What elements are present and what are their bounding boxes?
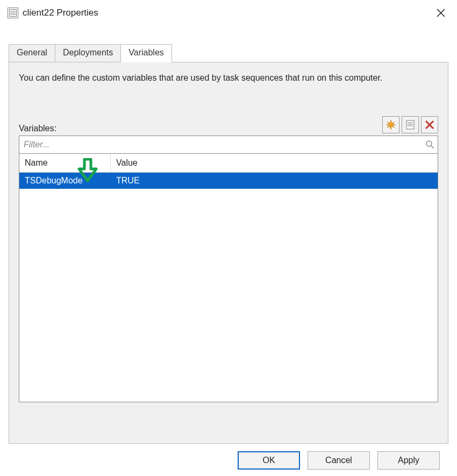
cell-value: TRUE <box>111 173 277 189</box>
column-header-name[interactable]: Name <box>19 154 111 172</box>
edit-variable-button[interactable] <box>402 116 419 133</box>
svg-point-13 <box>426 141 432 146</box>
close-button[interactable] <box>432 4 449 22</box>
delete-variable-button[interactable] <box>421 116 438 133</box>
tab-strip: General Deployments Variables <box>9 44 448 62</box>
tab-deployments[interactable]: Deployments <box>55 44 121 62</box>
properties-page-icon <box>405 119 416 130</box>
svg-rect-7 <box>406 120 414 129</box>
tab-panel-variables: You can define the custom variables that… <box>9 62 448 444</box>
filter-input[interactable] <box>19 138 423 152</box>
delete-x-icon <box>424 119 435 130</box>
variables-label: Variables: <box>19 124 56 133</box>
cell-name: TSDebugMode <box>19 173 111 189</box>
close-icon <box>437 9 445 17</box>
filter-box <box>19 136 438 154</box>
title-bar: client22 Properties <box>0 0 457 25</box>
tab-general[interactable]: General <box>9 44 55 62</box>
apply-button[interactable]: Apply <box>377 451 440 470</box>
cancel-button[interactable]: Cancel <box>308 451 370 470</box>
list-item[interactable]: TSDebugMode TRUE <box>19 173 438 189</box>
variables-toolbar <box>382 116 438 133</box>
starburst-icon <box>385 119 396 130</box>
search-icon[interactable] <box>423 140 438 150</box>
ok-button[interactable]: OK <box>238 451 300 470</box>
new-variable-button[interactable] <box>382 116 399 133</box>
dialog-button-row: OK Cancel Apply <box>9 444 448 470</box>
window-icon <box>8 8 18 18</box>
variables-list[interactable]: Name Value TSDebugMode TRUE <box>19 154 438 402</box>
svg-line-14 <box>431 146 434 148</box>
tab-description: You can define the custom variables that… <box>19 72 438 84</box>
tab-variables[interactable]: Variables <box>120 44 172 62</box>
window-title: client22 Properties <box>23 8 98 18</box>
column-header-value[interactable]: Value <box>111 154 277 172</box>
svg-marker-6 <box>386 120 396 130</box>
list-header: Name Value <box>19 154 438 173</box>
